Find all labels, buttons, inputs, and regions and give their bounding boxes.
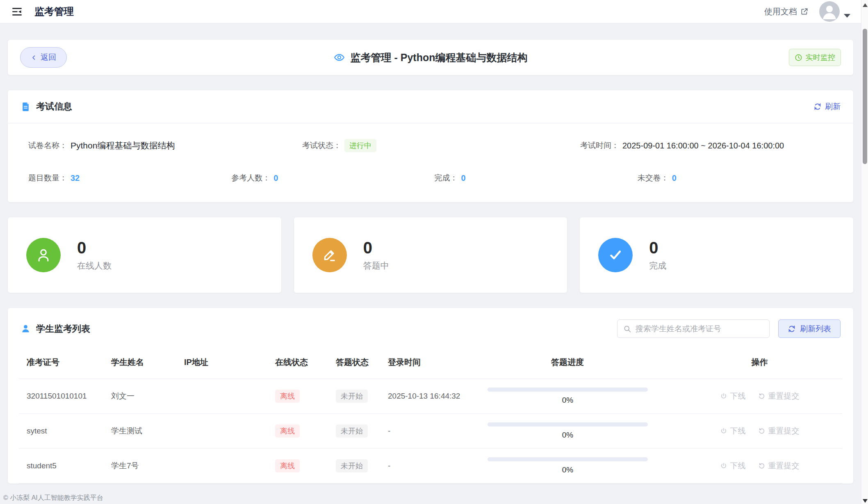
refresh-list-button[interactable]: 刷新列表	[778, 319, 841, 338]
col-login-time: 登录时间	[388, 348, 488, 379]
table-row: sytest 学生测试 离线 未开始 - 0%	[19, 414, 842, 449]
refresh-link[interactable]: 刷新	[813, 101, 841, 112]
page-title-group: 监考管理 - Python编程基础与数据结构	[334, 51, 528, 64]
document-icon	[21, 102, 31, 112]
offline-action[interactable]: 下线	[720, 391, 746, 401]
stat-value: 0	[77, 239, 112, 256]
cell-ip	[184, 414, 275, 449]
progress-label: 0%	[488, 431, 648, 440]
answer-status-badge: 未开始	[336, 424, 368, 438]
back-button[interactable]: 返回	[20, 47, 67, 68]
exam-status-field: 考试状态： 进行中	[302, 139, 580, 152]
refresh-icon	[813, 103, 822, 111]
stat-text: 0 答题中	[363, 239, 389, 271]
exam-info-card: 考试信息 刷新 试卷名称： Python	[8, 90, 853, 202]
completed-field: 完成： 0	[435, 173, 638, 183]
cell-ip	[184, 379, 275, 414]
stat-card-online: 0 在线人数	[8, 217, 281, 293]
unsubmitted-label: 未交卷：	[638, 173, 669, 183]
docs-link[interactable]: 使用文档	[764, 6, 809, 17]
answer-status-badge: 未开始	[336, 459, 368, 472]
table-row: student5 学生7号 离线 未开始 - 0%	[19, 449, 842, 483]
reset-submit-action[interactable]: 重置提交	[758, 426, 800, 436]
question-count-value: 32	[71, 173, 80, 183]
scroll-up-icon[interactable]	[863, 3, 868, 7]
cell-name: 学生7号	[111, 449, 184, 483]
progress-bar	[488, 422, 648, 426]
cell-ip	[184, 449, 275, 483]
completed-label: 完成：	[435, 173, 458, 183]
progress-bar	[488, 388, 648, 392]
online-status-badge: 离线	[275, 390, 300, 403]
scrollbar-thumb[interactable]	[863, 29, 867, 164]
table-row: 32011501010101 刘文一 离线 未开始 2025-10-13 16:…	[19, 379, 842, 414]
paper-name-value: Python编程基础与数据结构	[71, 140, 175, 151]
offline-action[interactable]: 下线	[720, 461, 746, 471]
realtime-monitor-label: 实时监控	[806, 52, 835, 62]
vertical-scrollbar[interactable]	[861, 0, 868, 504]
student-list-controls: 刷新列表	[617, 319, 841, 338]
cell-login-time: -	[388, 449, 488, 483]
refresh-link-label: 刷新	[825, 101, 841, 112]
stat-label: 在线人数	[77, 260, 112, 271]
stats-row: 0 在线人数 0 答题中	[8, 217, 853, 293]
col-progress: 答题进度	[488, 348, 677, 379]
stat-label: 完成	[649, 260, 666, 271]
back-button-label: 返回	[41, 52, 56, 63]
question-count-field: 题目数量： 32	[28, 173, 231, 183]
participants-label: 参考人数：	[231, 173, 270, 183]
cell-name: 学生测试	[111, 414, 184, 449]
cell-exam-no: student5	[19, 449, 111, 483]
stat-card-finished: 0 完成	[580, 217, 853, 293]
search-input[interactable]	[636, 324, 763, 333]
exam-status-badge: 进行中	[344, 139, 376, 152]
reset-submit-label: 重置提交	[768, 391, 800, 401]
user-icon	[26, 238, 61, 272]
realtime-monitor-badge[interactable]: 实时监控	[789, 49, 841, 66]
exam-info-body: 试卷名称： Python编程基础与数据结构 考试状态： 进行中 考试时间： 20…	[8, 123, 853, 202]
progress-bar	[488, 457, 648, 461]
reset-icon	[758, 462, 765, 470]
user-menu[interactable]	[819, 1, 850, 22]
paper-name-field: 试卷名称： Python编程基础与数据结构	[28, 140, 302, 151]
person-icon	[21, 324, 31, 334]
participants-value: 0	[273, 173, 278, 183]
student-list-title: 学生监考列表	[36, 323, 90, 335]
exam-info-row-1: 试卷名称： Python编程基础与数据结构 考试状态： 进行中 考试时间： 20…	[21, 139, 841, 152]
col-answer-status: 答题状态	[336, 348, 388, 379]
col-online-status: 在线状态	[275, 348, 336, 379]
clock-icon	[795, 54, 802, 62]
reset-submit-action[interactable]: 重置提交	[758, 391, 800, 401]
progress-label: 0%	[488, 396, 648, 405]
page: 监考管理 使用文档	[0, 0, 861, 504]
exam-info-title: 考试信息	[36, 100, 72, 113]
exam-info-head: 考试信息 刷新	[8, 90, 853, 123]
page-title: 监考管理 - Python编程基础与数据结构	[351, 51, 528, 64]
cell-login-time: -	[388, 414, 488, 449]
stat-value: 0	[649, 239, 666, 256]
exam-time-value: 2025-09-01 16:00:00 ~ 2026-10-04 16:00:0…	[622, 141, 784, 151]
collapse-menu-icon[interactable]	[11, 5, 23, 18]
reset-submit-action[interactable]: 重置提交	[758, 461, 800, 471]
check-icon	[598, 238, 633, 272]
header-right: 使用文档	[764, 1, 850, 22]
refresh-list-label: 刷新列表	[800, 324, 831, 334]
stat-text: 0 完成	[649, 239, 666, 271]
unsubmitted-value: 0	[672, 173, 677, 183]
offline-action-label: 下线	[730, 391, 746, 401]
cell-name: 刘文一	[111, 379, 184, 414]
offline-action[interactable]: 下线	[720, 426, 746, 436]
question-count-label: 题目数量：	[28, 173, 67, 183]
chevron-down-icon	[844, 14, 850, 18]
reset-icon	[758, 427, 765, 435]
page-toolbar: 返回 监考管理 - Python编程基础与数据结构 实时监控	[8, 40, 853, 75]
student-list-title-group: 学生监考列表	[21, 323, 90, 335]
online-status-badge: 离线	[275, 459, 300, 472]
progress-label: 0%	[488, 465, 648, 474]
eye-icon	[334, 52, 345, 63]
stat-card-answering: 0 答题中	[294, 217, 567, 293]
exam-info-title-group: 考试信息	[21, 100, 72, 113]
power-icon	[720, 392, 727, 400]
scroll-down-icon[interactable]	[863, 499, 868, 503]
app-title: 监考管理	[34, 5, 74, 18]
